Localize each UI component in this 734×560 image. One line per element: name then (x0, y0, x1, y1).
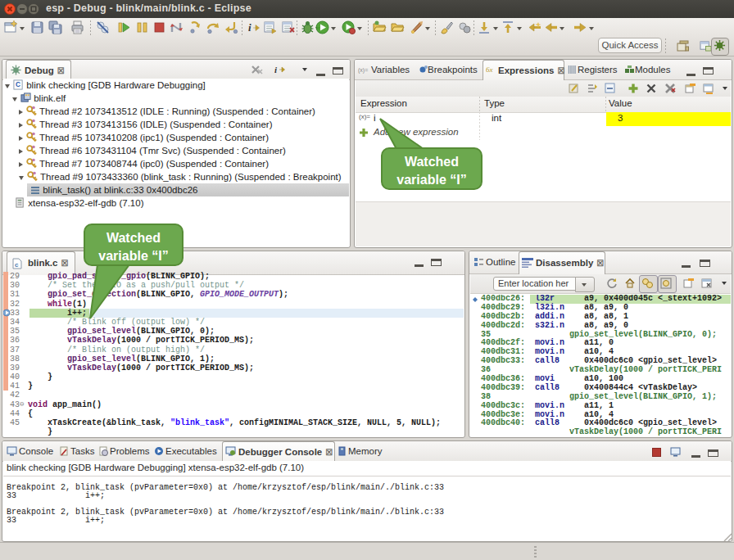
svg-text:C: C (16, 80, 20, 88)
svg-text:6x: 6x (486, 65, 493, 74)
svg-text:c: c (15, 261, 19, 269)
svg-text:i: i (248, 21, 251, 34)
svg-text:(x)=: (x)= (358, 67, 368, 74)
svg-text:i: i (274, 65, 278, 75)
